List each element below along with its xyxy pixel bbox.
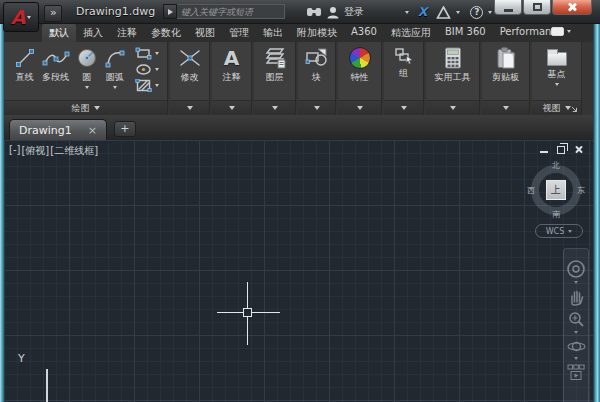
layers-panel-footer[interactable] [254, 100, 295, 115]
tab-addins[interactable]: 附加模块 [290, 24, 344, 42]
rectangle-button[interactable] [133, 46, 161, 61]
tab-output[interactable]: 输出 [256, 24, 290, 42]
tab-a360[interactable]: A360 [344, 24, 384, 42]
user-icon[interactable] [327, 6, 339, 19]
ribbon-panel-modify: 修改 [170, 42, 210, 115]
search-input[interactable] [177, 4, 285, 19]
groups-panel-footer[interactable] [384, 100, 423, 115]
ribbon-minimize-button[interactable] [551, 27, 571, 36]
base-dropdown-icon[interactable] [555, 83, 559, 86]
minimize-button[interactable] [494, 0, 522, 15]
pan-button[interactable] [567, 288, 585, 306]
view-panel-footer[interactable]: 视图 [532, 100, 581, 115]
utilities-panel-footer[interactable] [426, 100, 479, 115]
calculator-icon [444, 47, 462, 69]
tab-bim360[interactable]: BIM 360 [438, 24, 493, 42]
circle-button[interactable]: 圆 [73, 45, 101, 91]
ribbon-panel-view: 基点 视图 [532, 42, 582, 115]
utilities-button[interactable]: 实用工具 [432, 45, 474, 86]
ucs-y-label: Y [18, 352, 25, 365]
file-tab-label: Drawing1 [19, 124, 72, 137]
modify-button[interactable]: 修改 [175, 45, 205, 86]
doc-close-icon[interactable] [574, 145, 583, 154]
help-search-bar [163, 4, 285, 19]
layers-button[interactable]: 图层 [260, 45, 290, 86]
a360-dropdown-icon[interactable] [456, 11, 460, 14]
drawing-canvas[interactable]: [-] [俯视] [二维线框] 北 南 西 东 上 WCS [4, 140, 593, 402]
clipboard-panel-footer[interactable] [482, 100, 529, 115]
tab-annotate[interactable]: 注释 [110, 24, 144, 42]
annotation-button[interactable]: A 注释 [220, 45, 244, 86]
tab-parametric[interactable]: 参数化 [144, 24, 188, 42]
exchange-apps-icon[interactable]: X [418, 5, 427, 19]
block-panel-footer[interactable] [298, 100, 335, 115]
circle-dropdown-icon[interactable] [85, 86, 89, 89]
properties-button[interactable]: 特性 [346, 45, 374, 86]
doc-minimize-icon[interactable] [540, 151, 548, 153]
arc-dropdown-icon[interactable] [113, 86, 117, 89]
arc-icon [104, 47, 126, 69]
viewcube-east[interactable]: 东 [577, 185, 585, 196]
steering-wheel-icon [566, 259, 586, 279]
base-button[interactable]: 基点 [544, 45, 570, 88]
help-icon[interactable]: ? [470, 6, 483, 19]
clipboard-button[interactable]: 剪贴板 [489, 45, 522, 86]
ribbon-panel-clipboard: 剪贴板 [482, 42, 530, 115]
help-dropdown-icon[interactable] [488, 11, 492, 14]
clipboard-icon [496, 47, 516, 69]
tab-view[interactable]: 视图 [188, 24, 222, 42]
layers-icon [263, 47, 287, 69]
pan-hand-icon [567, 288, 585, 306]
modify-panel-footer[interactable] [170, 100, 209, 115]
panel-expand-icon [357, 106, 363, 110]
signin-dropdown-icon[interactable] [405, 11, 409, 14]
wcs-dropdown[interactable]: WCS [535, 224, 583, 238]
orbit-button[interactable] [567, 338, 586, 360]
close-button[interactable] [552, 0, 592, 15]
viewcube-west[interactable]: 西 [527, 185, 535, 196]
doc-restore-icon[interactable] [557, 146, 565, 154]
a360-icon[interactable] [436, 6, 451, 19]
block-icon [305, 47, 329, 69]
new-tab-button[interactable]: + [114, 121, 136, 137]
search-go-button[interactable] [163, 4, 177, 19]
draw-panel-footer[interactable]: 绘图 [4, 100, 167, 115]
showmotion-button[interactable] [567, 364, 585, 380]
hatch-button[interactable] [133, 78, 161, 93]
panel-expand-icon [94, 106, 100, 110]
file-tab-close-icon[interactable]: × [88, 124, 97, 137]
hatch-dropdown-icon [155, 84, 159, 87]
view-controls-button[interactable]: [俯视] [21, 144, 49, 158]
line-button[interactable]: 直线 [11, 45, 39, 86]
viewcube-south[interactable]: 南 [552, 209, 560, 220]
tab-home[interactable]: 默认 [42, 24, 76, 42]
file-tab-drawing1[interactable]: Drawing1 × [9, 119, 107, 140]
folder-icon [547, 52, 567, 66]
search-binoculars-icon[interactable] [306, 6, 322, 18]
signin-button[interactable]: 登录 [344, 5, 364, 19]
viewport-menu-button[interactable]: [-] [9, 144, 20, 158]
viewcube-north[interactable]: 北 [552, 160, 560, 171]
zoom-button[interactable] [567, 310, 586, 334]
annotation-panel-footer[interactable] [212, 100, 251, 115]
visual-style-button[interactable]: [二维线框] [50, 144, 98, 158]
viewcube[interactable]: 北 南 西 东 上 [526, 160, 586, 220]
navigation-wheel-button[interactable] [566, 259, 586, 284]
titlebar: A » Drawing1.dwg 登录 X [0, 0, 600, 24]
tab-insert[interactable]: 插入 [76, 24, 110, 42]
group-button[interactable]: 组 [391, 45, 417, 82]
block-button[interactable]: 块 [302, 45, 332, 86]
maximize-button[interactable] [523, 0, 551, 15]
quick-access-expand-button[interactable]: » [44, 5, 62, 22]
tab-featured-apps[interactable]: 精选应用 [384, 24, 438, 42]
dialog-launcher-icon[interactable] [571, 106, 578, 113]
tab-manage[interactable]: 管理 [222, 24, 256, 42]
panel-expand-icon [187, 106, 193, 110]
ellipse-button[interactable] [133, 62, 161, 77]
viewcube-top-face[interactable]: 上 [546, 180, 566, 200]
polyline-button[interactable]: 多段线 [39, 45, 73, 86]
properties-panel-footer[interactable] [338, 100, 381, 115]
application-menu-button[interactable]: A [3, 2, 39, 32]
arc-button[interactable]: 圆弧 [101, 45, 129, 91]
window-frame-right [593, 24, 600, 402]
